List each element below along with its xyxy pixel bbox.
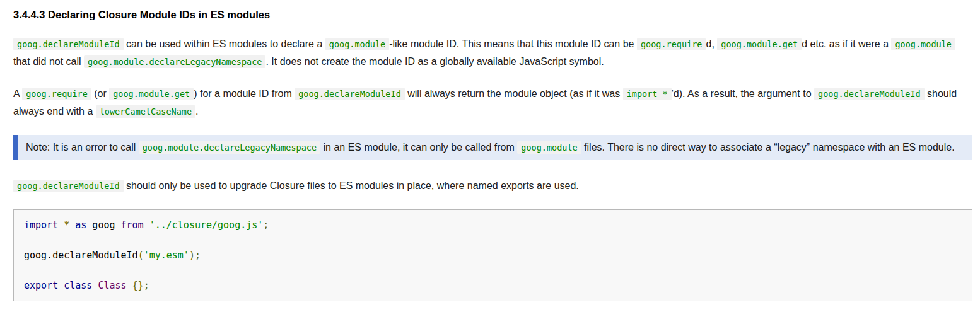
code-token-pun: ); xyxy=(189,250,201,261)
code-token-pln xyxy=(127,280,132,291)
inline-code: goog.declareModuleId xyxy=(13,38,124,50)
inline-code: goog.module xyxy=(517,141,581,154)
code-line: import * as goog from '../closure/goog.j… xyxy=(24,218,962,233)
code-token-pun: {}; xyxy=(132,280,149,291)
code-token-pln: goog.declareModuleId xyxy=(24,250,138,261)
code-token-pln: goog xyxy=(86,219,120,231)
code-token-kwd: as xyxy=(75,219,86,231)
inline-code: goog.require xyxy=(637,38,706,50)
code-token-pun: ( xyxy=(138,250,144,261)
code-line xyxy=(24,263,962,278)
inline-code: goog.declareModuleId xyxy=(295,88,405,100)
code-token-pln xyxy=(58,219,64,231)
code-token-pun: ; xyxy=(263,219,269,231)
inline-code: goog.require xyxy=(22,88,91,100)
inline-code: goog.module.get xyxy=(109,88,194,100)
code-token-kwd: export xyxy=(24,280,58,291)
section-heading: 3.4.4.3 Declaring Closure Module IDs in … xyxy=(13,8,972,21)
inline-code: goog.module xyxy=(891,38,955,50)
code-token-str: '../closure/goog.js' xyxy=(149,219,264,231)
code-line: export class Class {}; xyxy=(24,278,962,293)
inline-code: import * xyxy=(623,88,672,100)
note-callout: Note: It is an error to call goog.module… xyxy=(13,135,972,160)
code-token-typ: Class xyxy=(98,280,126,291)
code-token-pln xyxy=(144,219,149,231)
paragraph-2: A goog.require (or goog.module.get) for … xyxy=(13,85,972,120)
code-line xyxy=(24,233,962,248)
inline-code: goog.module.declareLegacyNamespace xyxy=(84,55,265,68)
inline-code: goog.module.get xyxy=(717,38,802,50)
inline-code: goog.declareModuleId xyxy=(13,180,124,192)
inline-code: goog.module.declareLegacyNamespace xyxy=(139,141,320,154)
code-token-pun: * xyxy=(64,219,69,231)
document-content: 3.4.4.3 Declaring Closure Module IDs in … xyxy=(13,8,972,301)
code-token-kwd: class xyxy=(64,280,92,291)
code-token-str: 'my.esm' xyxy=(144,250,189,261)
code-block: import * as goog from '../closure/goog.j… xyxy=(13,209,972,301)
code-token-pln xyxy=(58,280,64,291)
code-line: goog.declareModuleId('my.esm'); xyxy=(24,248,962,263)
inline-code: goog.module xyxy=(325,38,389,50)
code-token-kwd: from xyxy=(121,219,144,231)
note-text: Note: It is an error to call goog.module… xyxy=(26,139,962,156)
code-token-pln xyxy=(69,219,75,231)
code-token-kwd: import xyxy=(24,219,58,231)
paragraph-3: goog.declareModuleId should only be used… xyxy=(13,177,972,195)
inline-code: lowerCamelCaseName xyxy=(96,105,195,118)
paragraph-1: goog.declareModuleId can be used within … xyxy=(13,35,972,71)
inline-code: goog.declareModuleId xyxy=(814,88,925,100)
